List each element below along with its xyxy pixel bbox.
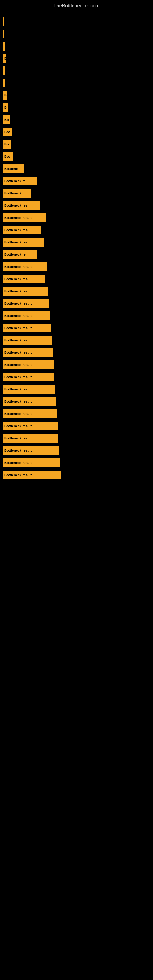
bar-item: Bottleneck result xyxy=(3,446,59,455)
bar-row: Bottleneck resul xyxy=(3,237,150,248)
site-title: TheBottlenecker.com xyxy=(0,0,153,10)
bar-row xyxy=(3,16,150,27)
bar-item: Bo xyxy=(3,115,10,124)
bar-row: Bottleneck result xyxy=(3,261,150,272)
bar-item: Bottleneck res xyxy=(3,201,40,210)
bar-item: Bottleneck result xyxy=(3,434,58,442)
bar-label: Bottleneck res xyxy=(4,228,27,232)
bar-row: Bottleneck result xyxy=(3,323,150,334)
bar-label: Bottleneck re xyxy=(4,253,26,256)
bar-row: Bottleneck result xyxy=(3,408,150,419)
bar-row: Bottleneck result xyxy=(3,347,150,358)
bar-row: Bottleneck re xyxy=(3,175,150,186)
bar-label: Bottleneck result xyxy=(4,375,32,379)
bar-item xyxy=(3,18,4,26)
bar-label: Bottleneck result xyxy=(4,339,32,342)
bar-item: Bo xyxy=(3,140,11,148)
bar-label: Bottleneck result xyxy=(4,265,32,269)
bar-row: Bot xyxy=(3,151,150,162)
bar-row: Bottleneck result xyxy=(3,359,150,370)
bar-label: Bot xyxy=(4,155,10,158)
bar-label: B xyxy=(4,94,7,97)
bar-item: Bottleneck result xyxy=(3,213,46,222)
bar-item xyxy=(3,79,5,87)
bar-item: Bottleneck result xyxy=(3,287,48,296)
bar-item: Bottleneck xyxy=(3,189,30,197)
bar-label: Bottleneck re xyxy=(4,179,26,183)
bar-label: Bo xyxy=(4,118,9,122)
bar-row xyxy=(3,41,150,52)
bar-row: Bottlene xyxy=(3,163,150,174)
bar-label: Bottleneck resul xyxy=(4,277,30,281)
bar-label: Bo xyxy=(4,142,9,146)
bar-item: Bottleneck result xyxy=(3,312,51,320)
bar-label: Bottleneck result xyxy=(4,473,32,477)
bar-label: Bottleneck xyxy=(4,191,21,195)
bar-label: Bottleneck result xyxy=(4,290,32,293)
bar-item: Bot xyxy=(3,152,13,161)
bar-label: Bottleneck result xyxy=(4,400,32,403)
bar-item: Bottleneck result xyxy=(3,348,53,357)
bar-row: Bottleneck result xyxy=(3,396,150,407)
bar-row: Bottleneck result xyxy=(3,335,150,346)
bar-item: Bottleneck result xyxy=(3,409,57,418)
bar-row: Bottleneck result xyxy=(3,286,150,297)
bar-row: Bottleneck result xyxy=(3,420,150,431)
bar-label: Bottleneck result xyxy=(4,424,32,428)
bar-item: Bottleneck resul xyxy=(3,275,45,283)
bar-label: Bottleneck result xyxy=(4,461,32,465)
bar-row: Bottleneck result xyxy=(3,212,150,223)
bar-label: Bottleneck result xyxy=(4,351,32,354)
bar-row: Bottleneck result xyxy=(3,384,150,395)
bar-row: Bo xyxy=(3,114,150,125)
bar-label: B xyxy=(4,106,7,109)
bar-row xyxy=(3,65,150,76)
bar-item: Bottleneck resul xyxy=(3,238,45,247)
bar-item: Bottleneck result xyxy=(3,360,54,369)
bar-row: Bottleneck result xyxy=(3,445,150,456)
bar-item xyxy=(3,30,4,38)
bar-row xyxy=(3,78,150,89)
bar-label: Bottleneck result xyxy=(4,314,32,318)
bar-row: Bottleneck result xyxy=(3,433,150,444)
bar-row: Bottleneck resul xyxy=(3,274,150,285)
bar-label: Bottleneck result xyxy=(4,302,32,305)
bar-row: Bottleneck xyxy=(3,188,150,199)
bar-item: Bottleneck result xyxy=(3,422,57,430)
bar-item xyxy=(3,67,5,75)
bar-row: B xyxy=(3,102,150,113)
bar-row: Bottleneck result xyxy=(3,310,150,321)
bar-label: Bottleneck result xyxy=(4,449,32,452)
bar-item: Bottleneck result xyxy=(3,471,61,479)
bar-item xyxy=(3,42,5,51)
bar-item: Bottleneck result xyxy=(3,262,48,271)
bar-item: Bottleneck result xyxy=(3,299,49,308)
bar-label: Bottleneck result xyxy=(4,436,32,440)
bar-item: B xyxy=(3,54,5,63)
bar-row: Bottleneck re xyxy=(3,249,150,260)
bar-row: Bottleneck result xyxy=(3,457,150,468)
bar-label: Bottlene xyxy=(4,167,18,170)
bar-label: Bottleneck result xyxy=(4,412,32,415)
bar-label: Bottleneck result xyxy=(4,387,32,391)
bars-container: BBBBoBotBoBotBottleneBottleneck reBottle… xyxy=(0,10,153,482)
bar-row: B xyxy=(3,90,150,101)
bar-row: Bottleneck result xyxy=(3,469,150,480)
bar-item: Bottleneck re xyxy=(3,177,37,185)
bar-row: Bottleneck result xyxy=(3,298,150,309)
bar-label: Bottleneck result xyxy=(4,363,32,367)
bar-row: B xyxy=(3,53,150,64)
bar-item: B xyxy=(3,103,8,112)
bar-row: Bottleneck res xyxy=(3,200,150,211)
bar-row: Bot xyxy=(3,126,150,137)
bar-row: Bottleneck res xyxy=(3,224,150,235)
bar-item: Bottleneck result xyxy=(3,336,52,345)
bar-item: Bottleneck re xyxy=(3,250,37,259)
bar-item: Bottleneck result xyxy=(3,385,55,393)
bar-item: Bottleneck result xyxy=(3,373,54,381)
bar-label: Bottleneck resul xyxy=(4,240,30,244)
bar-row xyxy=(3,29,150,40)
bar-label: Bottleneck result xyxy=(4,216,32,220)
bar-item: Bottleneck result xyxy=(3,458,60,467)
bar-item: Bottleneck result xyxy=(3,397,56,406)
